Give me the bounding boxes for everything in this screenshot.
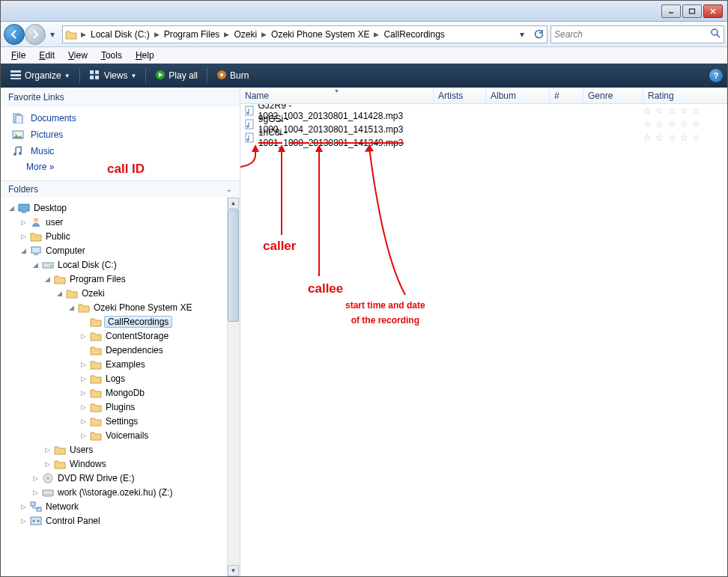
tree-user[interactable]: ▷user bbox=[5, 215, 240, 229]
navigation-pane: Favorite Links Documents Pictures Music … bbox=[1, 88, 240, 576]
scroll-up-icon[interactable]: ▲ bbox=[228, 198, 239, 209]
svg-rect-8 bbox=[10, 78, 21, 79]
folder-icon bbox=[89, 401, 102, 413]
views-button[interactable]: Views ▼ bbox=[85, 68, 142, 84]
crumb-callrecordings[interactable]: CallRecordings bbox=[380, 26, 447, 43]
separator bbox=[79, 68, 80, 83]
rating-stars[interactable]: ☆ ☆ ☆ ☆ ☆ bbox=[643, 106, 727, 116]
col-album[interactable]: Album bbox=[486, 88, 550, 103]
chevron-right-icon[interactable]: ▶ bbox=[260, 31, 268, 38]
fav-documents[interactable]: Documents bbox=[8, 110, 232, 126]
chevron-right-icon[interactable]: ▶ bbox=[372, 31, 380, 38]
chevron-down-icon: ▼ bbox=[130, 73, 136, 79]
tree-controlpanel[interactable]: ▷Control Panel bbox=[5, 513, 240, 528]
tree-desktop[interactable]: ◢Desktop bbox=[5, 201, 240, 215]
chevron-right-icon[interactable]: ▶ bbox=[222, 31, 231, 38]
tree-users[interactable]: ▷Users bbox=[5, 442, 240, 457]
tree-dependencies[interactable]: Dependencies bbox=[5, 343, 240, 357]
menu-bar: File Edit View Tools Help bbox=[1, 47, 727, 64]
svg-rect-11 bbox=[90, 76, 94, 79]
tree-mongodb[interactable]: ▷MongoDb bbox=[5, 385, 240, 400]
tree-ozeki[interactable]: ◢Ozeki bbox=[5, 286, 240, 300]
search-input[interactable] bbox=[554, 29, 710, 40]
tree-dvd[interactable]: ▷DVD RW Drive (E:) bbox=[5, 471, 240, 485]
tree-callrecordings[interactable]: CallRecordings bbox=[5, 314, 240, 329]
fav-more[interactable]: More » bbox=[8, 159, 232, 174]
col-name[interactable]: Name▼ bbox=[240, 88, 434, 103]
chevron-right-icon[interactable]: ▶ bbox=[79, 31, 88, 38]
tree-examples[interactable]: ▷Examples bbox=[5, 357, 240, 371]
svg-rect-12 bbox=[95, 76, 99, 79]
tree-contentstorage[interactable]: ▷ContentStorage bbox=[5, 329, 240, 343]
tree-work[interactable]: ▷work (\\storage.ozeki.hu) (Z:) bbox=[5, 485, 240, 499]
col-num[interactable]: # bbox=[550, 88, 583, 103]
chevron-down-icon: ⌄ bbox=[226, 186, 232, 193]
svg-rect-23 bbox=[22, 212, 26, 213]
organize-label: Organize bbox=[25, 70, 61, 81]
col-artists[interactable]: Artists bbox=[434, 88, 486, 103]
body-area: Favorite Links Documents Pictures Music … bbox=[1, 88, 727, 576]
menu-file[interactable]: File bbox=[5, 49, 31, 62]
folder-icon bbox=[29, 231, 42, 242]
organize-button[interactable]: Organize ▼ bbox=[5, 68, 75, 84]
back-button[interactable] bbox=[4, 24, 25, 45]
user-icon bbox=[29, 216, 42, 228]
search-box[interactable] bbox=[550, 25, 724, 43]
tree-plugins[interactable]: ▷Plugins bbox=[5, 400, 240, 414]
svg-point-36 bbox=[37, 519, 39, 522]
desktop-icon bbox=[17, 202, 30, 214]
nav-history-dropdown[interactable]: ▾ bbox=[46, 25, 59, 43]
crumb-ozeki[interactable]: Ozeki bbox=[231, 26, 260, 43]
scroll-down-icon[interactable]: ▼ bbox=[228, 565, 239, 576]
folder-icon bbox=[53, 458, 66, 470]
tree-logs[interactable]: ▷Logs bbox=[5, 371, 240, 385]
file-list[interactable]: GJ2R9 - 1002_1003_20130801_141428.mp3 ☆ … bbox=[240, 104, 727, 576]
crumb-programfiles[interactable]: Program Files bbox=[161, 26, 223, 43]
tree-network[interactable]: ▷Network bbox=[5, 499, 240, 513]
forward-button[interactable] bbox=[25, 24, 46, 45]
tree-programfiles[interactable]: ◢Program Files bbox=[5, 272, 240, 286]
folders-header[interactable]: Folders ⌄ bbox=[1, 180, 240, 198]
fav-music[interactable]: Music bbox=[8, 143, 232, 159]
menu-edit[interactable]: Edit bbox=[33, 49, 61, 62]
address-dropdown[interactable]: ▾ bbox=[514, 26, 530, 43]
playall-button[interactable]: Play all bbox=[151, 68, 202, 84]
close-button[interactable] bbox=[703, 4, 723, 18]
fav-label: Documents bbox=[31, 113, 76, 123]
tree-voicemails[interactable]: ▷Voicemails bbox=[5, 428, 240, 442]
tree-settings[interactable]: ▷Settings bbox=[5, 414, 240, 428]
tree-localdisk[interactable]: ◢Local Disk (C:) bbox=[5, 257, 240, 272]
folder-icon bbox=[63, 26, 79, 43]
burn-button[interactable]: Burn bbox=[212, 68, 253, 84]
svg-point-20 bbox=[13, 153, 16, 156]
scroll-thumb[interactable] bbox=[228, 210, 239, 322]
address-bar[interactable]: ▶ Local Disk (C:) ▶ Program Files ▶ Ozek… bbox=[62, 25, 547, 43]
fav-pictures[interactable]: Pictures bbox=[8, 126, 232, 143]
menu-view[interactable]: View bbox=[62, 49, 94, 62]
col-rating[interactable]: Rating bbox=[643, 88, 727, 103]
col-genre[interactable]: Genre bbox=[583, 88, 643, 103]
file-row[interactable]: 1riC8i - 1001_1000_20130801_141349.mp3 ☆… bbox=[240, 131, 727, 144]
help-button[interactable]: ? bbox=[709, 69, 723, 82]
chevron-right-icon[interactable]: ▶ bbox=[153, 31, 161, 38]
rating-stars[interactable]: ☆ ☆ ☆ ☆ ☆ bbox=[643, 132, 727, 143]
menu-tools[interactable]: Tools bbox=[95, 49, 128, 62]
tree-windows[interactable]: ▷Windows bbox=[5, 457, 240, 471]
burn-label: Burn bbox=[230, 70, 249, 81]
sort-indicator-icon: ▼ bbox=[334, 88, 339, 94]
tree-oxe[interactable]: ◢Ozeki Phone System XE bbox=[5, 300, 240, 314]
tree-public[interactable]: ▷Public bbox=[5, 229, 240, 243]
rating-stars[interactable]: ☆ ☆ ☆ ☆ ☆ bbox=[643, 119, 727, 129]
crumb-oxe[interactable]: Ozeki Phone System XE bbox=[268, 26, 372, 43]
tree-computer[interactable]: ◢Computer bbox=[5, 243, 240, 257]
maximize-button[interactable] bbox=[682, 4, 702, 18]
search-icon[interactable] bbox=[710, 28, 721, 40]
separator bbox=[207, 68, 207, 83]
crumb-localdisk[interactable]: Local Disk (C:) bbox=[88, 26, 153, 43]
drive-icon bbox=[41, 259, 54, 271]
minimize-button[interactable] bbox=[661, 4, 681, 18]
file-name: 1riC8i - 1001_1000_20130801_141349.mp3 bbox=[258, 127, 434, 148]
tree-scrollbar[interactable]: ▲ ▼ bbox=[227, 198, 240, 576]
menu-help[interactable]: Help bbox=[130, 49, 160, 62]
refresh-button[interactable] bbox=[530, 26, 547, 43]
